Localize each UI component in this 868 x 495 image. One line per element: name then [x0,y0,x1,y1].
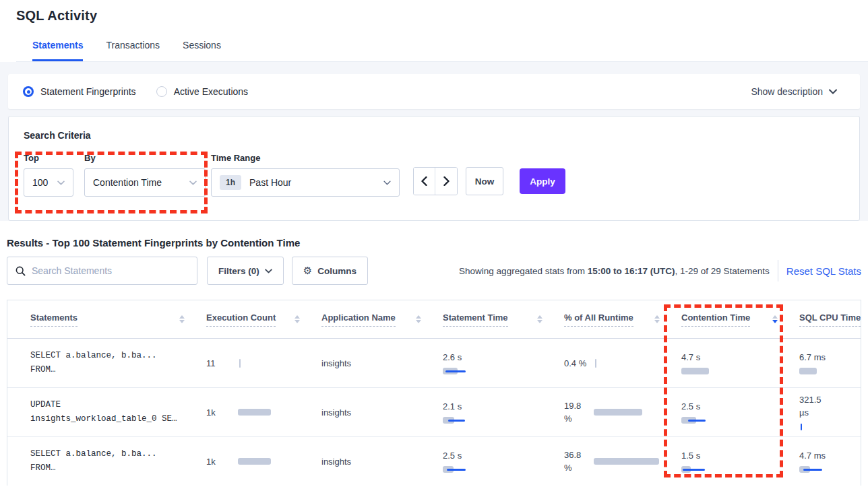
by-control: By Contention Time [84,153,206,197]
time-range-select[interactable]: 1h Past Hour [211,168,400,197]
time-prev-button[interactable] [414,168,435,195]
column-header-exec[interactable]: Execution Count [199,300,315,338]
table-row[interactable]: UPDATE insights_workload_table_0 SE…1kin… [7,388,861,437]
tab-bar: Statements Transactions Sessions [16,40,868,62]
table-row[interactable]: SELECT a.balance, b.ba... FROM…1kinsight… [7,437,861,486]
show-description-toggle[interactable]: Show description [751,86,837,97]
value-bar [594,408,668,417]
gray-bar [799,368,817,374]
cell-contention: 4.7 s [675,339,793,387]
statement-fingerprint-link[interactable]: SELECT a.balance, b.ba... FROM… [30,447,157,475]
radio-selected-icon[interactable] [23,86,34,97]
sort-icon[interactable] [654,315,660,323]
column-header-cpu[interactable]: SQL CPU Time [793,300,861,338]
cell-value: 1.5 s [681,449,755,462]
aggregated-stats-text: Showing aggregated stats from 15:00 to 1… [459,266,770,276]
sort-desc-arrow [654,320,660,323]
column-header-label: Execution Count [206,312,276,327]
sort-icon[interactable] [861,315,861,323]
cell-value: 4.7 s [681,351,755,364]
sort-asc-arrow [416,315,421,319]
blue-mean-line [445,370,466,372]
stacked-value-cell: 6.7 ms [799,351,861,376]
sort-desc-arrow [416,320,421,323]
cell-statements: UPDATE insights_workload_table_0 SE… [7,388,199,436]
value-bar [681,367,755,376]
search-statements-input[interactable] [32,265,189,276]
statement-fingerprint-link[interactable]: UPDATE insights_workload_table_0 SE… [30,398,177,426]
statement-fingerprint-link[interactable]: SELECT a.balance, b.ba... FROM… [30,349,157,377]
column-header-label: Statement Time [443,312,508,327]
value-bar [238,457,312,466]
reset-sql-stats-link[interactable]: Reset SQL Stats [786,265,861,277]
cell-value: 2.1 s [443,400,517,413]
value-bar [594,359,668,368]
cell-value: 321.5 µs [799,393,861,419]
value-bar [443,465,517,474]
gray-bar [681,368,709,374]
cell-exec: 11 [199,339,315,387]
time-next-button[interactable] [435,168,457,195]
cell-contention: 1.5 s [675,437,793,486]
time-range-control: Time Range 1h Past Hour [211,153,400,197]
value-bar [238,408,312,417]
sort-icon[interactable] [294,315,300,323]
blue-mean-line [447,469,466,471]
table-row[interactable]: SELECT a.balance, b.ba... FROM…11insight… [7,339,861,388]
sort-icon[interactable] [772,315,778,323]
top-select[interactable]: 100 [24,168,73,197]
sort-desc-arrow [861,320,861,323]
column-header-pct[interactable]: % of All Runtime [557,300,675,338]
column-header-app[interactable]: Application Name [315,300,436,338]
tab-sessions[interactable]: Sessions [183,40,221,61]
sort-asc-arrow [772,315,778,319]
gray-bar [238,458,271,465]
radio-statement-fingerprints[interactable]: Statement Fingerprints [23,86,136,97]
column-header-contention[interactable]: Contention Time [675,300,793,338]
filters-band: Statement Fingerprints Active Executions… [0,62,868,221]
sort-desc-arrow [294,320,300,323]
cell-value: 36.8 % [564,449,594,474]
chevron-down-icon [383,180,391,185]
chevron-down-icon [829,89,837,94]
sort-icon[interactable] [179,315,185,323]
column-header-label: SQL CPU Time [799,312,861,327]
radio-active-executions[interactable]: Active Executions [156,86,249,97]
cell-value: 4.7 ms [799,449,861,462]
stacked-value-cell: 2.6 s [443,351,517,376]
filters-button[interactable]: Filters (0) [207,257,284,285]
columns-button[interactable]: ⚙ Columns [292,257,368,285]
cell-cpu: 321.5 µs [793,388,861,436]
by-select[interactable]: Contention Time [84,168,206,197]
stacked-value-cell: 1.5 s [681,449,755,474]
radio-unselected-icon[interactable] [156,86,167,97]
column-header-label: Application Name [321,312,396,327]
cell-value: 2.5 s [443,449,517,462]
stacked-value-cell: 2.5 s [443,449,517,474]
cell-app: insights [315,339,436,387]
sort-asc-arrow [537,315,542,319]
chevron-left-icon [421,176,427,186]
inline-value-cell: 1k [206,455,312,468]
time-range-label: Time Range [211,153,400,163]
apply-button[interactable]: Apply [520,168,565,194]
sort-icon[interactable] [537,315,542,323]
column-header-label: % of All Runtime [564,312,633,327]
tab-transactions[interactable]: Transactions [106,40,160,61]
column-header-stmtTime[interactable]: Statement Time [436,300,557,338]
gray-bar [238,409,271,416]
tab-statements[interactable]: Statements [32,40,83,61]
page-title: SQL Activity [16,8,868,24]
now-button[interactable]: Now [466,167,503,195]
gray-tick-mark [239,359,241,368]
value-bar [594,457,668,466]
table-body: SELECT a.balance, b.ba... FROM…11insight… [7,339,861,486]
inline-value-cell: 36.8 % [564,449,668,474]
chevron-down-icon [265,269,272,273]
column-header-statements[interactable]: Statements [7,300,199,338]
gray-tick-mark [595,359,596,368]
cell-stmtTime: 2.1 s [436,388,557,436]
cell-value: 19.8 % [564,399,594,425]
sort-icon[interactable] [416,315,421,323]
cell-value: 1k [206,455,238,468]
